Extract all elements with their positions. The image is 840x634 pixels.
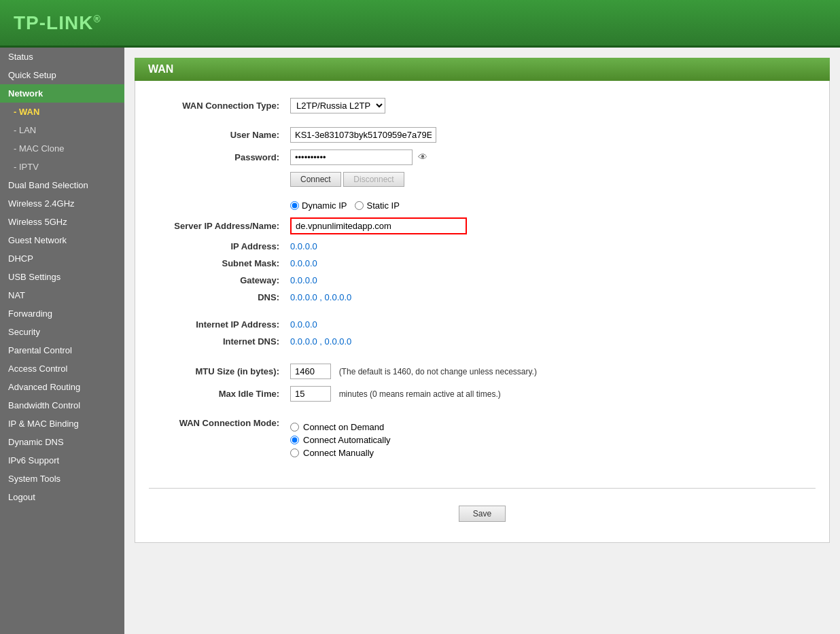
logo: TP-LINK® — [14, 12, 101, 34]
subnet-mask-row: Subnet Mask: 0.0.0.0 — [149, 255, 816, 272]
wan-mode-group: Connect on Demand Connect Automatically … — [290, 422, 810, 458]
sidebar-item-security[interactable]: Security — [0, 323, 124, 341]
sidebar-item-ipv6-support[interactable]: IPv6 Support — [0, 451, 124, 470]
server-ip-row: Server IP Address/Name: — [149, 214, 816, 238]
sidebar-item-dynamic-dns[interactable]: Dynamic DNS — [0, 433, 124, 451]
sidebar-item-dual-band[interactable]: Dual Band Selection — [0, 176, 124, 194]
internet-ip-value: 0.0.0.0 — [285, 316, 816, 333]
mode-automatically-radio[interactable] — [290, 436, 299, 444]
save-button[interactable]: Save — [459, 506, 506, 522]
mode-on-demand-row[interactable]: Connect on Demand — [290, 422, 810, 432]
server-ip-label: Server IP Address/Name: — [149, 214, 285, 238]
dynamic-ip-option[interactable]: Dynamic IP — [290, 200, 347, 211]
sidebar-item-dhcp[interactable]: DHCP — [0, 249, 124, 268]
internet-ip-row: Internet IP Address: 0.0.0.0 — [149, 316, 816, 333]
sidebar-item-bandwidth-control[interactable]: Bandwidth Control — [0, 396, 124, 415]
password-cell: 👁 — [285, 146, 816, 169]
form-separator — [149, 488, 816, 489]
wan-connection-type-select[interactable]: L2TP/Russia L2TP — [290, 98, 385, 113]
static-ip-option[interactable]: Static IP — [355, 200, 399, 211]
sidebar-item-nat[interactable]: NAT — [0, 286, 124, 304]
sidebar-item-iptv[interactable]: - IPTV — [0, 158, 124, 176]
sidebar: Status Quick Setup Network - WAN - LAN -… — [0, 48, 124, 634]
wan-mode-row: WAN Connection Mode: Connect on Demand C… — [149, 415, 816, 464]
form-content: WAN Connection Type: L2TP/Russia L2TP Us… — [135, 81, 830, 543]
internet-dns-row: Internet DNS: 0.0.0.0 , 0.0.0.0 — [149, 333, 816, 350]
gateway-label: Gateway: — [149, 272, 285, 289]
sidebar-item-parental-control[interactable]: Parental Control — [0, 341, 124, 359]
wan-form: WAN Connection Type: L2TP/Russia L2TP Us… — [149, 94, 816, 478]
sidebar-item-quick-setup[interactable]: Quick Setup — [0, 66, 124, 84]
gateway-row: Gateway: 0.0.0.0 — [149, 272, 816, 289]
dynamic-ip-radio[interactable] — [290, 201, 299, 210]
save-row: Save — [149, 499, 816, 529]
sidebar-item-system-tools[interactable]: System Tools — [0, 470, 124, 488]
username-input[interactable] — [290, 127, 436, 143]
sidebar-item-usb-settings[interactable]: USB Settings — [0, 268, 124, 286]
header: TP-LINK® — [0, 0, 840, 48]
ip-type-group: Dynamic IP Static IP — [290, 200, 810, 211]
sidebar-item-logout[interactable]: Logout — [0, 488, 124, 506]
sidebar-item-wireless-24[interactable]: Wireless 2.4GHz — [0, 194, 124, 213]
username-cell — [285, 124, 816, 146]
sidebar-item-forwarding[interactable]: Forwarding — [0, 304, 124, 323]
server-ip-input[interactable] — [290, 217, 467, 234]
password-input[interactable] — [290, 149, 413, 165]
subnet-mask-label: Subnet Mask: — [149, 255, 285, 272]
ip-address-value: 0.0.0.0 — [285, 238, 816, 255]
mode-manually-radio[interactable] — [290, 448, 299, 457]
sidebar-item-guest-network[interactable]: Guest Network — [0, 231, 124, 249]
max-idle-label: Max Idle Time: — [149, 383, 285, 405]
wan-mode-label: WAN Connection Mode: — [149, 415, 285, 464]
mtu-input[interactable] — [290, 364, 331, 379]
max-idle-input[interactable] — [290, 386, 331, 402]
mtu-row: MTU Size (in bytes): (The default is 146… — [149, 360, 816, 383]
ip-type-spacer — [149, 197, 285, 214]
sidebar-item-wan[interactable]: - WAN — [0, 103, 124, 121]
max-idle-row: Max Idle Time: minutes (0 means remain a… — [149, 383, 816, 405]
connect-spacer — [149, 169, 285, 190]
ip-type-row: Dynamic IP Static IP — [149, 197, 816, 214]
dynamic-ip-label: Dynamic IP — [302, 200, 347, 211]
sidebar-item-status[interactable]: Status — [0, 48, 124, 66]
subnet-mask-value: 0.0.0.0 — [285, 255, 816, 272]
internet-dns-label: Internet DNS: — [149, 333, 285, 350]
gateway-value: 0.0.0.0 — [285, 272, 816, 289]
sidebar-item-mac-clone[interactable]: - MAC Clone — [0, 139, 124, 158]
disconnect-button[interactable]: Disconnect — [343, 172, 404, 187]
connect-button[interactable]: Connect — [290, 172, 341, 187]
password-eye-icon[interactable]: 👁 — [418, 152, 427, 162]
wan-type-label: WAN Connection Type: — [149, 94, 285, 117]
ip-address-row: IP Address: 0.0.0.0 — [149, 238, 816, 255]
internet-ip-label: Internet IP Address: — [149, 316, 285, 333]
static-ip-radio[interactable] — [355, 201, 364, 210]
mtu-cell: (The default is 1460, do not change unle… — [285, 360, 816, 383]
sidebar-item-advanced-routing[interactable]: Advanced Routing — [0, 378, 124, 396]
sidebar-item-network[interactable]: Network — [0, 84, 124, 103]
mode-automatically-label: Connect Automatically — [303, 435, 391, 445]
dns-row: DNS: 0.0.0.0 , 0.0.0.0 — [149, 289, 816, 306]
internet-dns-value: 0.0.0.0 , 0.0.0.0 — [285, 333, 816, 350]
username-row: User Name: — [149, 124, 816, 146]
mode-on-demand-radio[interactable] — [290, 423, 299, 432]
sidebar-item-lan[interactable]: - LAN — [0, 121, 124, 139]
layout: Status Quick Setup Network - WAN - LAN -… — [0, 48, 840, 634]
page-title: WAN — [135, 58, 830, 81]
max-idle-hint: minutes (0 means remain active at all ti… — [339, 389, 501, 399]
main-content: WAN WAN Connection Type: L2TP/Russia L2T… — [124, 48, 840, 634]
wan-type-cell: L2TP/Russia L2TP — [285, 94, 816, 117]
mtu-label: MTU Size (in bytes): — [149, 360, 285, 383]
ip-address-label: IP Address: — [149, 238, 285, 255]
mtu-hint: (The default is 1460, do not change unle… — [339, 367, 537, 376]
dns-value: 0.0.0.0 , 0.0.0.0 — [285, 289, 816, 306]
ip-type-cell: Dynamic IP Static IP — [285, 197, 816, 214]
sidebar-item-wireless-5[interactable]: Wireless 5GHz — [0, 213, 124, 231]
sidebar-item-access-control[interactable]: Access Control — [0, 359, 124, 378]
static-ip-label: Static IP — [366, 200, 399, 211]
mode-automatically-row[interactable]: Connect Automatically — [290, 435, 810, 445]
connect-buttons-cell: Connect Disconnect — [285, 169, 816, 190]
wan-mode-cell: Connect on Demand Connect Automatically … — [285, 415, 816, 464]
mode-manually-row[interactable]: Connect Manually — [290, 448, 810, 458]
sidebar-item-ip-mac-binding[interactable]: IP & MAC Binding — [0, 415, 124, 433]
mode-manually-label: Connect Manually — [303, 448, 374, 458]
